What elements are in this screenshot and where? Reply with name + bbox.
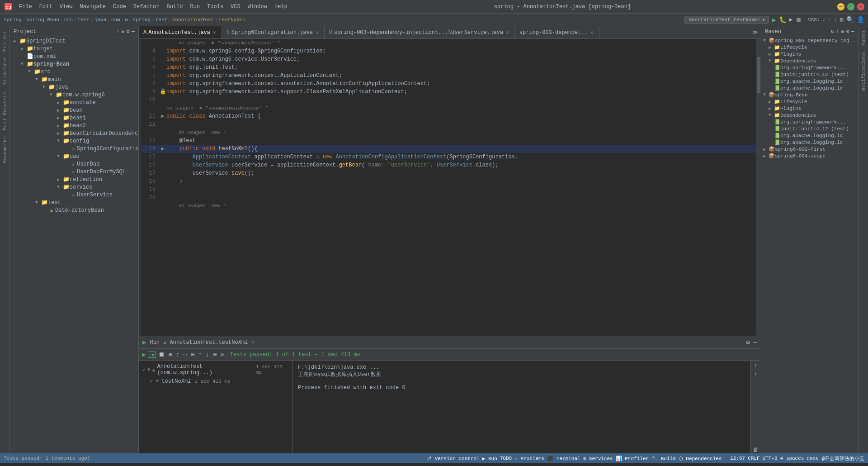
bc-com[interactable]: com: [111, 17, 120, 23]
tree-item-service[interactable]: ▼ 📁 service: [10, 183, 138, 191]
export-button[interactable]: ⊕: [212, 350, 218, 359]
scroll-up-icon[interactable]: ↑: [754, 362, 757, 369]
tree-item-bean[interactable]: ▶ 📁 bean: [10, 106, 138, 114]
menu-window[interactable]: Window: [244, 3, 271, 11]
collapse-all-button[interactable]: ⊟: [189, 350, 196, 359]
menu-help[interactable]: Help: [271, 3, 291, 11]
stop-button[interactable]: ⏹: [795, 16, 802, 24]
run-button[interactable]: ▶: [772, 15, 776, 24]
indent-indicator[interactable]: 4 spaces: [780, 456, 804, 461]
tab-close-button[interactable]: ✕: [505, 29, 510, 35]
tree-item-main[interactable]: ▼ 📁 main: [10, 76, 138, 83]
bc-spring-bean[interactable]: spring-Bean: [26, 17, 59, 23]
maven-item-lifecycle1[interactable]: ▶ 📁 Lifecycle: [761, 44, 858, 51]
tree-item-comwspring6[interactable]: ▼ 📁 com.w.spring6: [10, 91, 138, 99]
maximize-button[interactable]: □: [847, 3, 854, 10]
menu-vcs[interactable]: VCS: [227, 3, 244, 11]
minimize-button[interactable]: ─: [837, 3, 844, 10]
add-icon[interactable]: +: [116, 29, 119, 35]
bc-test[interactable]: test: [78, 17, 90, 23]
maven-tab[interactable]: Maven: [860, 28, 867, 48]
scroll-down-icon[interactable]: ↓: [754, 371, 757, 377]
down-button[interactable]: ↓: [204, 350, 211, 359]
maven-dep-springframework1[interactable]: 📗 org.springframework...: [761, 64, 858, 71]
maven-collapse-icon[interactable]: ⊟: [841, 28, 844, 35]
tree-item-annotate[interactable]: ▶ 📁 annotate: [10, 99, 138, 106]
run-with-coverage-button[interactable]: ▶: [789, 16, 793, 23]
menu-run[interactable]: Run: [186, 3, 203, 11]
bc-annotation[interactable]: AnnotationTest: [172, 17, 214, 23]
services-button[interactable]: ⚙ Services: [583, 456, 613, 461]
menu-view[interactable]: View: [56, 3, 76, 11]
vertical-scrollbar[interactable]: [756, 39, 761, 336]
tree-item-bean1[interactable]: ▶ 📁 bean1: [10, 114, 138, 122]
vcs-check-icon[interactable]: ✓: [823, 17, 826, 23]
settings-icon[interactable]: ⚙: [840, 16, 844, 24]
maven-dep-junit2[interactable]: 📗 junit:junit:4.12 (test): [761, 125, 858, 132]
tree-item-bean2[interactable]: ▶ 📁 bean2: [10, 122, 138, 129]
tab-annotationtest[interactable]: A AnnotationTest.java ✕: [139, 26, 222, 38]
tree-item-springdittest[interactable]: ▶ 📁 SpringDITest: [10, 37, 138, 45]
pull-requests-tab[interactable]: Pull Requests: [1, 89, 9, 133]
tree-item-config[interactable]: ▼ 📁 config: [10, 137, 138, 145]
bc-spring2[interactable]: spring: [133, 17, 151, 23]
code-view[interactable]: no usages ● "songwaimaideyasuo" * 4 impo…: [141, 39, 756, 336]
maven-dep-apache1[interactable]: 📗 org.apache.logging.lc: [761, 78, 858, 85]
menu-navigate[interactable]: Navigate: [76, 3, 109, 11]
tab-userservice[interactable]: U spring-003-dependency-injection\...\Us…: [325, 26, 515, 38]
tree-item-beancircular[interactable]: ▶ 📁 BeanCircularDependency: [10, 129, 138, 137]
encoding-indicator[interactable]: UTF-8: [763, 456, 778, 461]
menu-refactor[interactable]: Refactor: [130, 3, 163, 11]
bc-java[interactable]: java: [94, 17, 106, 23]
terminal-button[interactable]: ⬛ Terminal: [547, 456, 580, 461]
todo-button[interactable]: TODO: [500, 456, 512, 461]
problems-button[interactable]: ⚠ Problems: [514, 456, 544, 461]
run-tab-close[interactable]: ✕: [251, 339, 255, 345]
collapse-all-icon[interactable]: ≡: [121, 29, 124, 35]
maven-dep-apache4[interactable]: 📗 org.apache.logging.lc: [761, 139, 858, 146]
maven-add-icon[interactable]: +: [836, 29, 839, 35]
filter-button[interactable]: ⊞: [167, 350, 173, 359]
bc-w[interactable]: w: [125, 17, 128, 23]
line-ending-indicator[interactable]: CRLF: [748, 456, 760, 461]
maven-item-spring002[interactable]: ▶ 📦 spring6-002-first: [761, 146, 858, 152]
tab-overflow-button[interactable]: ≫: [750, 29, 761, 36]
notifications-tab[interactable]: Notifications: [860, 49, 867, 94]
maven-settings-icon[interactable]: ⚙: [846, 28, 849, 35]
menu-code[interactable]: Code: [109, 3, 130, 11]
run-tab-label[interactable]: Run: [150, 339, 160, 346]
maven-item-deps2[interactable]: ▼ 📁 Dependencies: [761, 112, 858, 119]
tree-item-dao[interactable]: ▼ 📁 dao: [10, 152, 138, 160]
dependencies-button[interactable]: ⬡ Dependencies: [679, 456, 722, 461]
tab-spring003[interactable]: spring-003-depende... ✕: [515, 26, 599, 38]
expand-all-button[interactable]: ↔: [182, 350, 188, 359]
user-icon[interactable]: 👤: [857, 16, 864, 24]
tree-item-spring6config[interactable]: ☕ Spring6Configuration: [10, 145, 138, 152]
clear-console-icon[interactable]: 🗑: [753, 447, 759, 453]
more-options-button[interactable]: »: [219, 350, 225, 359]
menu-edit[interactable]: Edit: [36, 3, 56, 11]
test-item-annotationtest[interactable]: ✓ ▼ ☕ AnnotationTest (com.w.spring...) 1…: [141, 362, 290, 377]
settings-icon-bottom[interactable]: ⚙: [746, 338, 750, 346]
structure-tab[interactable]: Structure: [1, 55, 9, 87]
maven-item-deps1[interactable]: ▼ 📁 Dependencies: [761, 57, 858, 64]
bc-spring[interactable]: spring: [4, 17, 22, 23]
up-button[interactable]: ↑: [197, 350, 203, 359]
rerun-failed-button[interactable]: ✓▶: [148, 352, 156, 358]
vcs-push-icon[interactable]: ↓: [834, 17, 837, 23]
maven-item-plugins2[interactable]: ▶ 📁 Plugins: [761, 105, 858, 112]
maven-item-plugins1[interactable]: ▶ 📁 Plugins: [761, 51, 858, 57]
bc-test2[interactable]: test: [156, 17, 167, 23]
tree-item-pomxml[interactable]: 📄 pom.xml: [10, 52, 138, 60]
debug-button[interactable]: 🐛: [779, 16, 787, 24]
test-item-testnoxml[interactable]: ✓ ⚡ testNoXml 1 sec 413 ms: [141, 377, 290, 385]
menu-tools[interactable]: Tools: [203, 3, 227, 11]
project-tab[interactable]: Project: [1, 28, 9, 54]
stop-run-button[interactable]: ⏹: [157, 350, 166, 359]
build-button[interactable]: 🔨 Build: [651, 456, 676, 461]
maven-refresh-icon[interactable]: ↻: [831, 28, 834, 35]
settings-gear-icon[interactable]: ⚙: [127, 28, 130, 35]
tree-item-spring-bean[interactable]: ▼ 📁 spring-Bean: [10, 60, 138, 68]
tab-close-button[interactable]: ✕: [212, 29, 217, 35]
tree-item-reflection[interactable]: ▶ 📁 reflection: [10, 176, 138, 183]
